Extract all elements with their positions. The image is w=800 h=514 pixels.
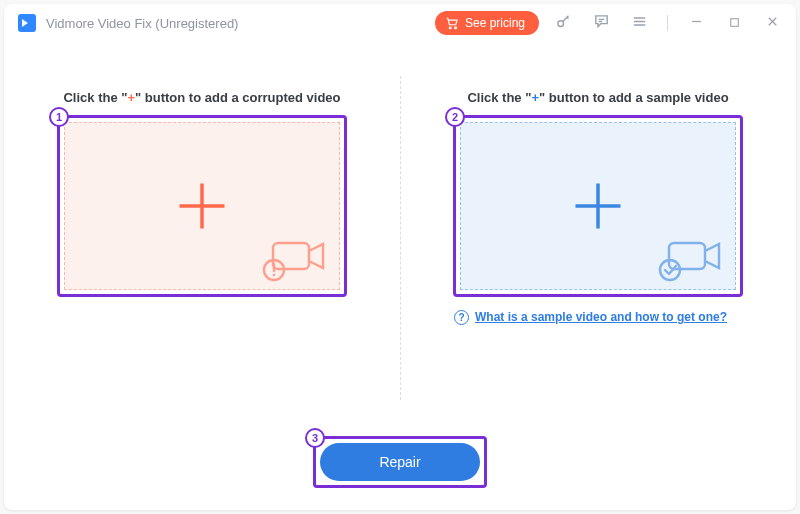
titlebar-divider <box>667 15 668 31</box>
corrupted-instruction: Click the "+" button to add a corrupted … <box>63 90 340 105</box>
step-badge-3: 3 <box>305 428 325 448</box>
see-pricing-button[interactable]: See pricing <box>435 11 539 35</box>
repair-button[interactable]: Repair <box>320 443 480 481</box>
svg-rect-3 <box>730 18 738 26</box>
svg-point-6 <box>273 274 276 277</box>
annotation-step-3: Repair <box>313 436 487 488</box>
sample-instruction: Click the "+" button to add a sample vid… <box>467 90 728 105</box>
svg-point-2 <box>557 21 563 27</box>
sample-help-link[interactable]: What is a sample video and how to get on… <box>475 309 727 325</box>
video-error-icon <box>261 233 333 285</box>
step-badge-2: 2 <box>445 107 465 127</box>
add-corrupted-dropzone[interactable] <box>64 122 340 290</box>
app-title: Vidmore Video Fix (Unregistered) <box>46 16 238 31</box>
sample-help-row: ? What is a sample video and how to get … <box>454 309 742 325</box>
svg-point-1 <box>455 27 457 29</box>
svg-point-0 <box>449 27 451 29</box>
add-sample-dropzone[interactable] <box>460 122 736 290</box>
help-icon: ? <box>454 310 469 325</box>
menu-icon[interactable] <box>625 13 653 33</box>
plus-glyph: + <box>127 90 135 105</box>
minimize-icon[interactable] <box>682 14 710 32</box>
add-icon <box>172 176 232 236</box>
feedback-icon[interactable] <box>587 13 615 33</box>
video-ok-icon <box>657 233 729 285</box>
see-pricing-label: See pricing <box>465 16 525 30</box>
step-badge-1: 1 <box>49 107 69 127</box>
key-icon[interactable] <box>549 13 577 33</box>
main-area: Click the "+" button to add a corrupted … <box>4 42 796 510</box>
svg-rect-4 <box>273 243 309 269</box>
svg-rect-7 <box>669 243 705 269</box>
titlebar: Vidmore Video Fix (Unregistered) See pri… <box>4 4 796 42</box>
maximize-icon[interactable] <box>720 15 748 32</box>
annotation-step-1 <box>57 115 347 297</box>
annotation-step-2 <box>453 115 743 297</box>
app-logo-icon <box>18 14 36 32</box>
close-icon[interactable] <box>758 14 786 32</box>
plus-glyph: + <box>531 90 539 105</box>
add-icon <box>568 176 628 236</box>
vertical-divider <box>400 76 401 400</box>
